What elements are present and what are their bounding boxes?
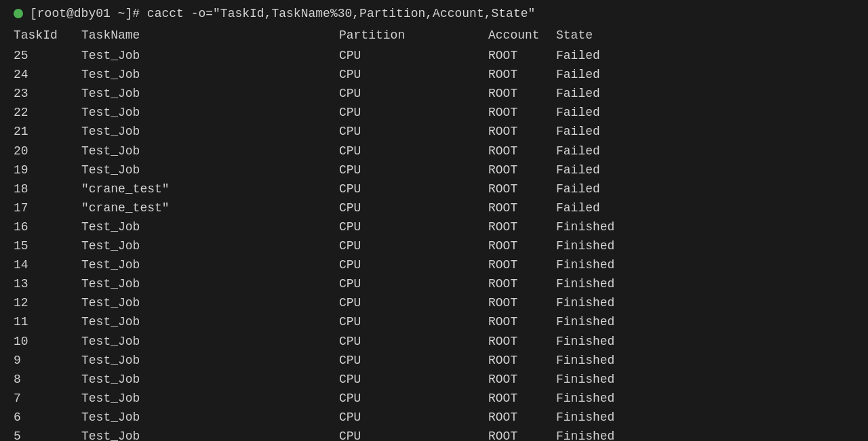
cell-partition: CPU <box>339 123 488 140</box>
cell-taskid: 22 <box>14 104 81 121</box>
table-row: 19 Test_Job CPU ROOT Failed <box>14 161 854 180</box>
cell-partition: CPU <box>339 180 488 198</box>
table-row: 25 Test_Job CPU ROOT Failed <box>14 46 854 65</box>
table-row: 7 Test_Job CPU ROOT Finished <box>14 389 854 408</box>
cell-account: ROOT <box>488 371 556 388</box>
cell-state: Finished <box>556 275 854 293</box>
cell-state: Finished <box>556 256 854 274</box>
cell-account: ROOT <box>488 66 556 83</box>
cell-partition: CPU <box>339 275 488 293</box>
table-row: 16 Test_Job CPU ROOT Finished <box>14 217 854 236</box>
cell-account: ROOT <box>488 199 556 217</box>
cell-account: ROOT <box>488 256 556 274</box>
cell-account: ROOT <box>488 427 556 441</box>
cell-state: Failed <box>556 85 854 102</box>
table-row: 20 Test_Job CPU ROOT Failed <box>14 142 854 161</box>
table-body: 25 Test_Job CPU ROOT Failed 24 Test_Job … <box>14 46 854 441</box>
cell-account: ROOT <box>488 142 556 160</box>
cell-taskname: "crane_test" <box>81 180 339 198</box>
cell-taskid: 24 <box>14 66 81 83</box>
cell-partition: CPU <box>339 294 488 312</box>
cell-taskname: "crane_test" <box>81 199 339 217</box>
cell-taskname: Test_Job <box>81 123 339 140</box>
cell-taskid: 23 <box>14 85 81 102</box>
cell-state: Failed <box>556 47 854 64</box>
cell-account: ROOT <box>488 352 556 369</box>
cell-taskid: 18 <box>14 180 81 198</box>
cell-state: Failed <box>556 142 854 160</box>
cell-taskname: Test_Job <box>81 275 339 293</box>
table-row: 15 Test_Job CPU ROOT Finished <box>14 236 854 255</box>
cell-taskid: 17 <box>14 199 81 217</box>
cell-taskname: Test_Job <box>81 104 339 121</box>
table-row: 10 Test_Job CPU ROOT Finished <box>14 332 854 351</box>
cell-partition: CPU <box>339 104 488 121</box>
cell-partition: CPU <box>339 427 488 441</box>
cell-taskid: 25 <box>14 47 81 64</box>
cell-partition: CPU <box>339 85 488 102</box>
header-taskid: TaskId <box>14 26 81 44</box>
cell-account: ROOT <box>488 104 556 121</box>
cell-state: Finished <box>556 408 854 426</box>
terminal-window: [root@dby01 ~]# cacct -o="TaskId,TaskNam… <box>0 0 868 441</box>
cell-state: Finished <box>556 371 854 388</box>
table-row: 9 Test_Job CPU ROOT Finished <box>14 351 854 370</box>
cell-partition: CPU <box>339 66 488 83</box>
prompt-dot <box>14 9 23 18</box>
table-row: 13 Test_Job CPU ROOT Finished <box>14 274 854 293</box>
table-row: 24 Test_Job CPU ROOT Failed <box>14 65 854 84</box>
command-text: cacct -o="TaskId,TaskName%30,Partition,A… <box>140 7 535 20</box>
cell-taskid: 10 <box>14 333 81 350</box>
cell-partition: CPU <box>339 408 488 426</box>
cell-taskid: 20 <box>14 142 81 160</box>
cell-partition: CPU <box>339 161 488 179</box>
table-header: TaskId TaskName Partition Account State <box>14 26 854 45</box>
cell-taskname: Test_Job <box>81 294 339 312</box>
cell-taskname: Test_Job <box>81 85 339 102</box>
table-row: 6 Test_Job CPU ROOT Finished <box>14 408 854 427</box>
cell-taskname: Test_Job <box>81 237 339 255</box>
cell-state: Finished <box>556 352 854 369</box>
table-row: 23 Test_Job CPU ROOT Failed <box>14 84 854 103</box>
cell-account: ROOT <box>488 161 556 179</box>
cell-taskid: 15 <box>14 237 81 255</box>
cell-state: Finished <box>556 427 854 441</box>
table-row: 21 Test_Job CPU ROOT Failed <box>14 122 854 141</box>
cell-taskid: 8 <box>14 371 81 388</box>
cell-partition: CPU <box>339 142 488 160</box>
cell-state: Failed <box>556 104 854 121</box>
cell-taskname: Test_Job <box>81 408 339 426</box>
cell-state: Finished <box>556 237 854 255</box>
cell-taskid: 9 <box>14 352 81 369</box>
cell-account: ROOT <box>488 180 556 198</box>
cell-taskid: 21 <box>14 123 81 140</box>
cell-account: ROOT <box>488 237 556 255</box>
cell-account: ROOT <box>488 275 556 293</box>
cell-taskname: Test_Job <box>81 427 339 441</box>
cell-state: Failed <box>556 180 854 198</box>
cell-partition: CPU <box>339 199 488 217</box>
cell-state: Finished <box>556 218 854 236</box>
cell-partition: CPU <box>339 218 488 236</box>
header-account: Account <box>488 26 556 44</box>
cell-partition: CPU <box>339 313 488 331</box>
cell-account: ROOT <box>488 313 556 331</box>
cell-partition: CPU <box>339 371 488 388</box>
cell-account: ROOT <box>488 294 556 312</box>
header-taskname: TaskName <box>81 26 339 44</box>
cell-state: Failed <box>556 66 854 83</box>
cell-account: ROOT <box>488 47 556 64</box>
table-row: 5 Test_Job CPU ROOT Finished <box>14 427 854 441</box>
cell-account: ROOT <box>488 390 556 407</box>
cell-taskname: Test_Job <box>81 47 339 64</box>
table-row: 18 "crane_test" CPU ROOT Failed <box>14 180 854 198</box>
prompt-label: [root@dby01 ~]# <box>30 7 140 20</box>
cell-taskname: Test_Job <box>81 333 339 350</box>
cell-partition: CPU <box>339 333 488 350</box>
cell-taskname: Test_Job <box>81 161 339 179</box>
output-table: TaskId TaskName Partition Account State … <box>14 26 854 441</box>
cell-account: ROOT <box>488 218 556 236</box>
cell-account: ROOT <box>488 333 556 350</box>
command-line: [root@dby01 ~]# cacct -o="TaskId,TaskNam… <box>14 7 854 20</box>
cell-account: ROOT <box>488 85 556 102</box>
